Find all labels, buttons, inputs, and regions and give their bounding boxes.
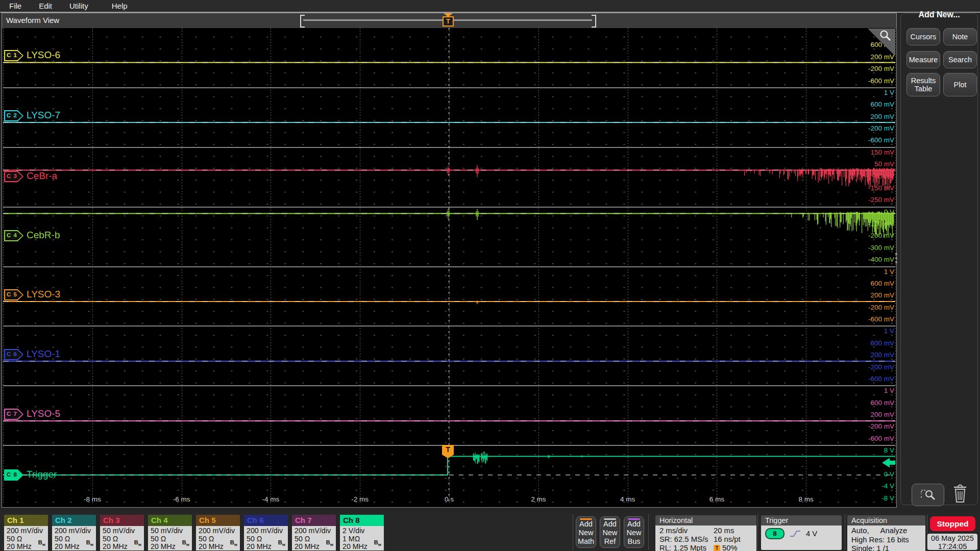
- scale-label: -200 mV: [848, 422, 894, 431]
- scale-label: 8 V: [848, 446, 894, 455]
- scale-label: 50 mV: [848, 160, 894, 168]
- channel-scale: 200 mV/div: [247, 527, 288, 535]
- scale-label: -400 mV: [848, 256, 894, 264]
- bottom-channel-label: Ch 6: [244, 515, 288, 526]
- bottom-bar-separator: [845, 514, 845, 550]
- horizontal-span: 20 ms: [714, 527, 734, 535]
- grid-vertical-division: [895, 28, 896, 505]
- channel-badge-3[interactable]: C 3: [4, 171, 23, 182]
- acquisition-resolution: High Res: 16 bits: [851, 536, 921, 545]
- bottom-channel-label: Ch 5: [196, 515, 240, 526]
- trash-icon[interactable]: [951, 484, 969, 504]
- horizontal-record-length: RL: 1.25 Mpts: [659, 544, 714, 551]
- menu-file[interactable]: File: [9, 2, 21, 10]
- scale-label: -300 mV: [848, 244, 894, 252]
- channel-badge-7[interactable]: C 7: [4, 409, 23, 420]
- trigger-position-icon: T: [714, 545, 720, 551]
- trigger-panel-title: Trigger: [761, 515, 842, 525]
- channel-scale: 200 mV/div: [295, 527, 336, 535]
- trigger-position-marker-icon[interactable]: T: [443, 16, 454, 27]
- bottom-channel-badge-1[interactable]: Ch 1200 mV/div50 Ω20 MHzBw: [4, 515, 48, 550]
- menu-edit[interactable]: Edit: [39, 2, 52, 10]
- channel-badge-label: C 4: [7, 232, 17, 238]
- channel-badge-1[interactable]: C 1: [4, 50, 23, 61]
- channel-badge-label: C 3: [7, 173, 17, 179]
- time-axis-label: -6 ms: [164, 495, 200, 503]
- scale-label: -200 mV: [848, 304, 894, 312]
- scale-label: 600 mV: [848, 280, 894, 288]
- channel-scale: 200 mV/div: [55, 527, 96, 535]
- bottom-channel-badge-6[interactable]: Ch 6200 mV/div50 Ω20 MHzBw: [244, 515, 288, 550]
- channel-label-cebr-b[interactable]: CebR-b: [27, 230, 60, 241]
- panel-drag-handle[interactable]: [895, 253, 897, 263]
- channel-label-lyso-6[interactable]: LYSO-6: [27, 49, 60, 61]
- channel-badge-label: C 5: [7, 291, 17, 297]
- channel-badge-label: C 7: [7, 411, 17, 417]
- add-new-results-table-button[interactable]: Results Table: [906, 73, 940, 96]
- add-new-math-button[interactable]: AddNewMath: [576, 516, 596, 548]
- bottom-channel-badge-5[interactable]: Ch 5200 mV/div50 Ω20 MHzBw: [196, 515, 240, 550]
- zoom-mode-button[interactable]: [912, 484, 944, 506]
- acquisition-panel-title: Acquisition: [847, 515, 925, 525]
- scale-label: 200 mV: [848, 113, 894, 121]
- scale-label: 600 mV: [848, 101, 894, 109]
- menu-help[interactable]: Help: [112, 2, 128, 10]
- time-axis-label: 4 ms: [610, 495, 646, 503]
- bottom-channel-badge-3[interactable]: Ch 350 mV/div50 Ω20 MHzBw: [100, 515, 144, 550]
- menu-utility[interactable]: Utility: [69, 2, 88, 10]
- time-axis-label: -2 ms: [342, 495, 378, 503]
- scale-label: -600 mV: [848, 315, 894, 323]
- bottom-channel-badge-8[interactable]: Ch 82 V/div1 MΩ20 MHzBw: [340, 515, 384, 550]
- add-new-plot-button[interactable]: Plot: [943, 73, 977, 96]
- add-new-ref-button[interactable]: AddNewRef: [600, 516, 620, 548]
- time-axis-label: 6 ms: [699, 495, 734, 503]
- add-new-cursors-button[interactable]: Cursors: [906, 28, 940, 45]
- scale-label: 200 mV: [848, 411, 894, 419]
- bottom-channel-label: Ch 8: [340, 515, 384, 526]
- add-new-title: Add New...: [898, 10, 980, 19]
- scale-label: 1 V: [848, 387, 894, 395]
- scale-label: 150 mV: [848, 148, 894, 157]
- run-stop-status-button[interactable]: Stopped: [930, 516, 975, 531]
- channel-badge-2[interactable]: C 2: [4, 110, 23, 121]
- trigger-panel[interactable]: Trigger 8 4 V: [761, 515, 842, 550]
- channel-badge-4[interactable]: C 4: [4, 230, 23, 241]
- bottom-channel-badge-7[interactable]: Ch 7200 mV/div50 Ω20 MHzBw: [292, 515, 336, 550]
- channel-label-trigger[interactable]: Trigger: [27, 469, 57, 480]
- horizontal-scale: 2 ms/div: [659, 527, 714, 535]
- channel-badge-6[interactable]: C 6: [4, 349, 23, 360]
- channel-badge-5[interactable]: C 5: [4, 289, 23, 300]
- channel-scale: 50 mV/div: [103, 527, 144, 535]
- overview-right-bracket[interactable]: [592, 15, 596, 28]
- scale-label: 0 V: [848, 208, 894, 216]
- channel-label-lyso-3[interactable]: LYSO-3: [27, 289, 60, 300]
- menu-bar: FileEditUtilityHelp: [0, 0, 980, 12]
- zoom-box-icon: [919, 488, 937, 502]
- channel-label-lyso-1[interactable]: LYSO-1: [27, 348, 60, 360]
- channel-label-cebr-a[interactable]: CeBr-a: [27, 170, 57, 182]
- scale-label: -200 mV: [848, 232, 894, 240]
- bottom-channel-badge-2[interactable]: Ch 2200 mV/div50 Ω20 MHzBw: [52, 515, 96, 550]
- bottom-channel-badge-4[interactable]: Ch 450 mV/div50 Ω20 MHzBw: [148, 515, 192, 550]
- bottom-bar-separator: [757, 514, 758, 550]
- waveform-tab-label[interactable]: Waveform View: [6, 16, 59, 24]
- bandwidth-limit-icon: Bw: [230, 539, 237, 549]
- channel-badge-label: C 8: [7, 471, 17, 478]
- horizontal-panel[interactable]: Horizontal 2 ms/div20 ms SR: 62.5 MS/s16…: [655, 515, 756, 551]
- add-new-bus-button[interactable]: AddNewBus: [624, 516, 644, 548]
- acquisition-panel[interactable]: Acquisition Auto,Analyze High Res: 16 bi…: [847, 515, 925, 551]
- scale-label: -600 mV: [848, 136, 894, 144]
- scale-label: -250 mV: [848, 196, 894, 204]
- add-new-measure-button[interactable]: Measure: [906, 51, 940, 68]
- channel-badge-8[interactable]: C 8: [4, 469, 23, 481]
- add-new-note-button[interactable]: Note: [943, 28, 977, 45]
- channel-label-lyso-7[interactable]: LYSO-7: [27, 110, 60, 121]
- overview-left-bracket[interactable]: [300, 15, 305, 28]
- bottom-channel-label: Ch 2: [52, 515, 96, 526]
- trigger-level: 4 V: [806, 530, 817, 538]
- scale-label: -600 mV: [848, 77, 894, 85]
- channel-label-lyso-5[interactable]: LYSO-5: [27, 408, 60, 419]
- scale-label: 1 V: [848, 268, 894, 276]
- bottom-channel-label: Ch 3: [100, 515, 144, 526]
- add-new-search-button[interactable]: Search: [943, 51, 977, 68]
